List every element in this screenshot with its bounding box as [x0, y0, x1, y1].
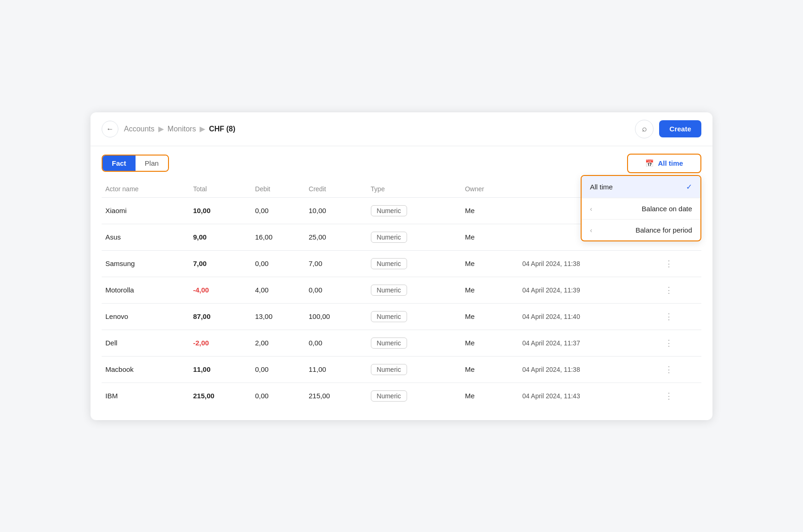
- cell-date-3: 04 April 2024, 11:39: [518, 277, 659, 303]
- cell-total-5: -2,00: [189, 330, 252, 356]
- col-credit: Credit: [305, 181, 367, 198]
- search-button[interactable]: ⌕: [635, 120, 654, 138]
- cell-actions-6: ⋮: [659, 356, 701, 383]
- cell-actor-4: Lenovo: [102, 303, 189, 330]
- cell-total-1: 9,00: [189, 224, 252, 250]
- dropdown-alltime-label: All time: [590, 183, 613, 191]
- cell-debit-5: 2,00: [252, 330, 305, 356]
- cell-total-3: -4,00: [189, 277, 252, 303]
- cell-total-4: 87,00: [189, 303, 252, 330]
- cell-actions-2: ⋮: [659, 250, 701, 277]
- cell-credit-0: 10,00: [305, 197, 367, 224]
- cell-credit-4: 100,00: [305, 303, 367, 330]
- cell-debit-7: 0,00: [252, 383, 305, 409]
- cell-credit-3: 0,00: [305, 277, 367, 303]
- dropdown-item-balance-for-period[interactable]: ‹ Balance for period: [582, 220, 700, 240]
- cell-total-2: 7,00: [189, 250, 252, 277]
- cell-date-5: 04 April 2024, 11:37: [518, 330, 659, 356]
- cell-debit-2: 0,00: [252, 250, 305, 277]
- search-icon: ⌕: [642, 124, 647, 134]
- cell-actions-3: ⋮: [659, 277, 701, 303]
- breadcrumb: Accounts ▶ Monitors ▶ CHF (8): [124, 124, 235, 133]
- chevron-left-icon: ‹: [590, 205, 592, 213]
- header: ← Accounts ▶ Monitors ▶ CHF (8) ⌕ Create: [91, 112, 712, 146]
- cell-debit-3: 4,00: [252, 277, 305, 303]
- cell-actor-1: Asus: [102, 224, 189, 250]
- header-left: ← Accounts ▶ Monitors ▶ CHF (8): [102, 121, 235, 137]
- cell-owner-2: Me: [461, 250, 518, 277]
- breadcrumb-accounts[interactable]: Accounts: [124, 125, 155, 133]
- cell-credit-7: 215,00: [305, 383, 367, 409]
- cell-date-6: 04 April 2024, 11:38: [518, 356, 659, 383]
- cell-owner-4: Me: [461, 303, 518, 330]
- cell-owner-1: Me: [461, 224, 518, 250]
- cell-date-4: 04 April 2024, 11:40: [518, 303, 659, 330]
- more-actions-button[interactable]: ⋮: [663, 259, 675, 269]
- more-actions-button[interactable]: ⋮: [663, 338, 675, 348]
- cell-owner-5: Me: [461, 330, 518, 356]
- col-total: Total: [189, 181, 252, 198]
- cell-type-4: Numeric: [367, 303, 461, 330]
- cell-total-6: 11,00: [189, 356, 252, 383]
- col-actor-name: Actor name: [102, 181, 189, 198]
- breadcrumb-sep1: ▶: [158, 124, 164, 133]
- cell-credit-1: 25,00: [305, 224, 367, 250]
- breadcrumb-current: CHF (8): [209, 125, 235, 133]
- check-icon: ✓: [686, 182, 692, 191]
- cell-owner-6: Me: [461, 356, 518, 383]
- cell-type-2: Numeric: [367, 250, 461, 277]
- table-row: Lenovo 87,00 13,00 100,00 Numeric Me 04 …: [102, 303, 701, 330]
- cell-date-7: 04 April 2024, 11:43: [518, 383, 659, 409]
- cell-actions-4: ⋮: [659, 303, 701, 330]
- table-row: Samsung 7,00 0,00 7,00 Numeric Me 04 Apr…: [102, 250, 701, 277]
- dropdown-item-alltime[interactable]: All time ✓: [582, 176, 700, 198]
- cell-actions-7: ⋮: [659, 383, 701, 409]
- time-filter-wrapper: 📅 All time All time ✓ ‹ Balance on date …: [627, 154, 701, 173]
- more-actions-button[interactable]: ⋮: [663, 285, 675, 295]
- more-actions-button[interactable]: ⋮: [663, 364, 675, 375]
- cell-total-7: 215,00: [189, 383, 252, 409]
- cell-type-7: Numeric: [367, 383, 461, 409]
- table-row: Dell -2,00 2,00 0,00 Numeric Me 04 April…: [102, 330, 701, 356]
- main-window: ← Accounts ▶ Monitors ▶ CHF (8) ⌕ Create…: [91, 112, 712, 420]
- fact-button[interactable]: Fact: [103, 156, 136, 171]
- table-row: IBM 215,00 0,00 215,00 Numeric Me 04 Apr…: [102, 383, 701, 409]
- time-filter-button[interactable]: 📅 All time: [627, 154, 701, 173]
- cell-type-0: Numeric: [367, 197, 461, 224]
- breadcrumb-sep2: ▶: [200, 124, 205, 133]
- dropdown-balance-on-date-label: Balance on date: [642, 205, 692, 213]
- time-filter-dropdown: All time ✓ ‹ Balance on date ‹ Balance f…: [581, 175, 701, 241]
- cell-actor-7: IBM: [102, 383, 189, 409]
- time-filter-label: All time: [658, 159, 683, 167]
- cell-debit-4: 13,00: [252, 303, 305, 330]
- dropdown-item-balance-on-date[interactable]: ‹ Balance on date: [582, 198, 700, 219]
- cell-owner-7: Me: [461, 383, 518, 409]
- cell-total-0: 10,00: [189, 197, 252, 224]
- plan-button[interactable]: Plan: [136, 156, 168, 171]
- cell-actor-2: Samsung: [102, 250, 189, 277]
- cell-type-6: Numeric: [367, 356, 461, 383]
- create-button[interactable]: Create: [659, 120, 701, 137]
- col-owner: Owner: [461, 181, 518, 198]
- cell-debit-0: 0,00: [252, 197, 305, 224]
- more-actions-button[interactable]: ⋮: [663, 311, 675, 322]
- col-type: Type: [367, 181, 461, 198]
- cell-actor-6: Macbook: [102, 356, 189, 383]
- cell-type-1: Numeric: [367, 224, 461, 250]
- header-right: ⌕ Create: [635, 120, 701, 138]
- cell-type-5: Numeric: [367, 330, 461, 356]
- cell-type-3: Numeric: [367, 277, 461, 303]
- table-row: Macbook 11,00 0,00 11,00 Numeric Me 04 A…: [102, 356, 701, 383]
- cell-debit-6: 0,00: [252, 356, 305, 383]
- dropdown-balance-for-period-label: Balance for period: [635, 226, 692, 234]
- back-button[interactable]: ←: [102, 121, 118, 137]
- cell-actor-3: Motorolla: [102, 277, 189, 303]
- cell-owner-3: Me: [461, 277, 518, 303]
- breadcrumb-monitors[interactable]: Monitors: [168, 125, 196, 133]
- cell-actor-5: Dell: [102, 330, 189, 356]
- more-actions-button[interactable]: ⋮: [663, 391, 675, 401]
- cell-actor-0: Xiaomi: [102, 197, 189, 224]
- cell-debit-1: 16,00: [252, 224, 305, 250]
- cell-owner-0: Me: [461, 197, 518, 224]
- calendar-icon: 📅: [645, 159, 654, 168]
